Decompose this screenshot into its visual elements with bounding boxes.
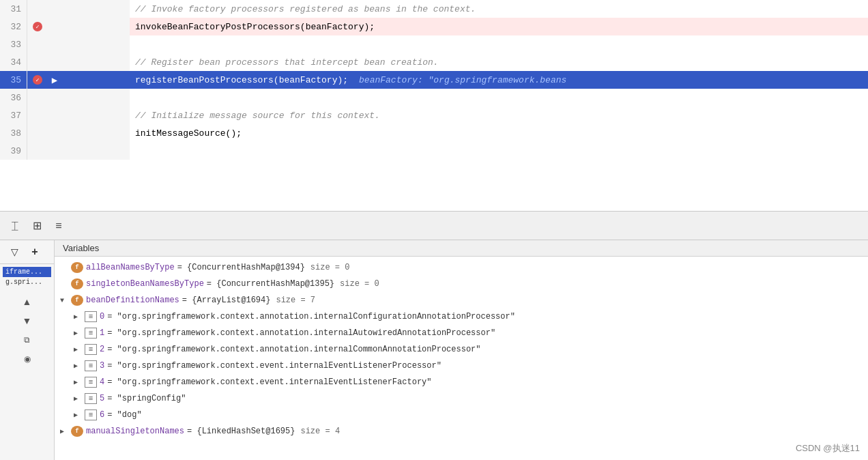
var-index-bdn-3: 3 bbox=[100, 361, 104, 371]
frame-item-0[interactable]: iframe... bbox=[3, 267, 51, 277]
add-variable-button[interactable]: + bbox=[26, 243, 44, 261]
var-list-icon-bdn-4 bbox=[85, 377, 97, 388]
table-view-button[interactable]: ⊞ bbox=[27, 216, 46, 235]
cursor-tool-button[interactable]: ⌶ bbox=[5, 216, 25, 235]
arrow-col-37 bbox=[48, 106, 61, 124]
indent-col-36 bbox=[61, 89, 130, 106]
var-list-icon-bdn-6 bbox=[85, 409, 97, 420]
line-number-32: 32 bbox=[0, 18, 27, 35]
indent-col-35 bbox=[61, 71, 130, 89]
var-row-bdn-2[interactable]: ▶ 2 = "org.springframework.context.annot… bbox=[55, 341, 868, 358]
table-icon: ⊞ bbox=[33, 219, 42, 232]
code-line-33: 33 bbox=[0, 35, 868, 53]
code-line-39: 39 bbox=[0, 142, 868, 160]
hint-35: beanFactory: "org.springframework.beans bbox=[359, 75, 566, 85]
line-number-39: 39 bbox=[0, 142, 27, 160]
var-index-bdn-4: 4 bbox=[100, 377, 104, 387]
indent-col-31 bbox=[61, 0, 130, 18]
expand-icon-bdn-2[interactable]: ▶ bbox=[74, 345, 85, 354]
indent-col-33 bbox=[61, 35, 130, 53]
breakpoint-35[interactable]: ✓ bbox=[33, 75, 42, 85]
scroll-up-button[interactable]: ▲ bbox=[18, 293, 36, 311]
expand-icon-bdn-4[interactable]: ▶ bbox=[74, 378, 85, 386]
code-content-37: // Initialize message source for this co… bbox=[130, 106, 868, 124]
indent-col-32 bbox=[61, 18, 130, 35]
var-val-bdn-2: = "org.springframework.context.annotatio… bbox=[107, 345, 480, 354]
var-index-bdn-2: 2 bbox=[100, 345, 104, 354]
var-row-beanDefinitionNames[interactable]: ▼ f beanDefinitionNames = {ArrayList@169… bbox=[55, 292, 868, 308]
var-val-bdn-4: = "org.springframework.context.event.int… bbox=[107, 377, 431, 387]
var-equals-1: = {ConcurrentHashMap@1395} bbox=[207, 279, 334, 289]
var-equals-0: = {ConcurrentHashMap@1394} bbox=[177, 263, 305, 272]
view-button[interactable]: ◉ bbox=[18, 350, 36, 368]
horizontal-scrollbar-thumb[interactable] bbox=[0, 211, 82, 212]
method-35: registerBeanPostProcessors(beanFactory); bbox=[135, 75, 348, 85]
var-row-bdn-5[interactable]: ▶ 5 = "springConfig" bbox=[55, 390, 868, 407]
expand-icon-bdn-5[interactable]: ▶ bbox=[74, 394, 85, 403]
expand-icon-bdn-1[interactable]: ▶ bbox=[74, 329, 85, 337]
code-content-31: // Invoke factory processors registered … bbox=[130, 0, 868, 18]
indent-col-38 bbox=[61, 124, 130, 142]
code-content-35: registerBeanPostProcessors(beanFactory);… bbox=[130, 71, 868, 89]
debug-arrow-35: ▶ bbox=[52, 74, 57, 86]
var-row-manualSingletonNames[interactable]: ▶ f manualSingletonNames = {LinkedHashSe… bbox=[55, 423, 868, 440]
var-row-bdn-0[interactable]: ▶ 0 = "org.springframework.context.annot… bbox=[55, 308, 868, 325]
var-size-3: size = 4 bbox=[300, 427, 340, 436]
expand-icon-bdn-0[interactable]: ▶ bbox=[74, 313, 85, 321]
filter-button[interactable]: ▽ bbox=[5, 243, 23, 261]
var-row-singletonBeanNamesByType[interactable]: f singletonBeanNamesByType = {Concurrent… bbox=[55, 276, 868, 292]
horizontal-scrollbar[interactable] bbox=[0, 211, 868, 212]
list-view-button[interactable]: ≡ bbox=[49, 216, 68, 235]
code-content-32: invokeBeanFactoryPostProcessors(beanFact… bbox=[130, 18, 868, 35]
arrow-col-36 bbox=[48, 89, 61, 106]
expand-icon-bdn-3[interactable]: ▶ bbox=[74, 362, 85, 370]
watermark: CSDN @执迷11 bbox=[796, 442, 860, 455]
var-list-icon-bdn-5 bbox=[85, 393, 97, 404]
line-number-31: 31 bbox=[0, 0, 27, 18]
arrow-col-33 bbox=[48, 35, 61, 53]
line-number-38: 38 bbox=[0, 124, 27, 142]
main-content[interactable]: Variables f allBeanNamesByType = {Concur… bbox=[55, 240, 868, 460]
expand-icon-bdn-6[interactable]: ▶ bbox=[74, 411, 85, 419]
var-list-icon-bdn-2 bbox=[85, 344, 97, 355]
var-row-bdn-1[interactable]: ▶ 1 = "org.springframework.context.annot… bbox=[55, 325, 868, 341]
breakpoint-check-32: ✓ bbox=[35, 23, 39, 31]
breakpoint-check-35: ✓ bbox=[35, 76, 39, 84]
breakpoint-col-35: ✓ bbox=[27, 71, 48, 89]
sidebar-top-controls: ▽ + bbox=[0, 240, 54, 264]
code-lines: 31 // Invoke factory processors register… bbox=[0, 0, 868, 211]
arrow-col-31 bbox=[48, 0, 61, 18]
arrow-col-32 bbox=[48, 18, 61, 35]
expand-icon-3[interactable]: ▶ bbox=[60, 427, 71, 435]
breakpoint-col-38 bbox=[27, 124, 48, 142]
expand-icon-2[interactable]: ▼ bbox=[60, 297, 71, 304]
code-line-32: 32 ✓ invokeBeanFactoryPostProcessors(bea… bbox=[0, 18, 868, 35]
var-val-bdn-3: = "org.springframework.context.event.int… bbox=[107, 361, 442, 371]
cursor-icon: ⌶ bbox=[12, 220, 18, 232]
indent-col-34 bbox=[61, 53, 130, 71]
variable-list: f allBeanNamesByType = {ConcurrentHashMa… bbox=[55, 257, 868, 442]
scroll-down-button[interactable]: ▼ bbox=[18, 312, 36, 330]
comment-34: // Register bean processors that interce… bbox=[135, 57, 439, 68]
code-content-36 bbox=[130, 89, 868, 106]
var-row-bdn-6[interactable]: ▶ 6 = "dog" bbox=[55, 407, 868, 423]
editor-area: 31 // Invoke factory processors register… bbox=[0, 0, 868, 212]
code-content-39 bbox=[130, 142, 868, 160]
code-line-34: 34 // Register bean processors that inte… bbox=[0, 53, 868, 71]
var-type-icon-0: f bbox=[71, 262, 83, 273]
breakpoint-32[interactable]: ✓ bbox=[33, 22, 42, 31]
var-row-allBeanNamesByType[interactable]: f allBeanNamesByType = {ConcurrentHashMa… bbox=[55, 259, 868, 276]
frame-item-1[interactable]: g.spri... bbox=[3, 277, 51, 287]
var-list-icon-bdn-3 bbox=[85, 360, 97, 371]
var-size-0: size = 0 bbox=[310, 263, 350, 272]
var-name-3: manualSingletonNames bbox=[86, 427, 184, 436]
line-number-35: 35 bbox=[0, 71, 27, 89]
var-val-bdn-1: = "org.springframework.context.annotatio… bbox=[107, 328, 495, 338]
var-row-bdn-4[interactable]: ▶ 4 = "org.springframework.context.event… bbox=[55, 374, 868, 390]
breakpoint-col-31 bbox=[27, 0, 48, 18]
var-type-icon-3: f bbox=[71, 426, 83, 437]
code-line-36: 36 bbox=[0, 89, 868, 106]
var-size-1: size = 0 bbox=[340, 279, 379, 289]
var-row-bdn-3[interactable]: ▶ 3 = "org.springframework.context.event… bbox=[55, 358, 868, 374]
copy-button[interactable]: ⧉ bbox=[18, 331, 36, 349]
